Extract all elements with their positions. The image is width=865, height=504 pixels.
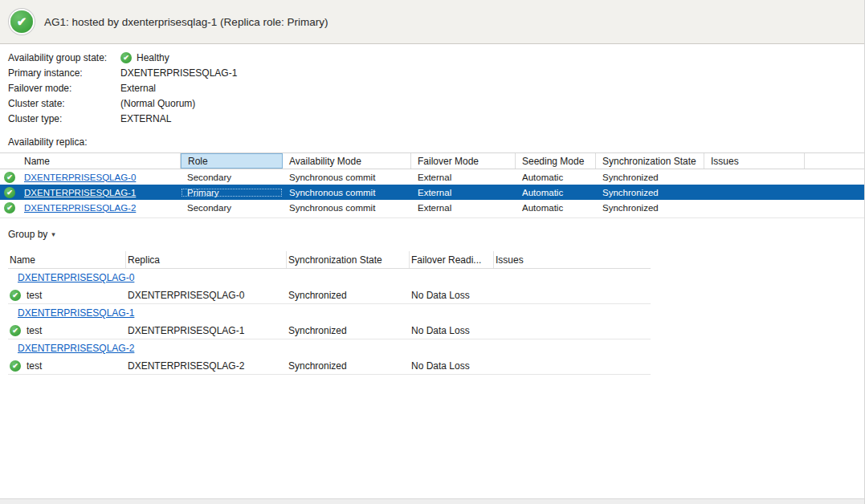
replica-name-link[interactable]: DXENTERPRISESQLAG-1 — [24, 188, 136, 197]
column-header-synchronization-state[interactable]: Synchronization State — [596, 153, 704, 169]
window-bottom-edge — [0, 498, 864, 504]
database-failover-readiness-cell: No Data Loss — [410, 325, 494, 336]
replica-name-link[interactable]: DXENTERPRISESQLAG-0 — [24, 173, 136, 182]
summary-value: Healthy — [137, 52, 169, 63]
column-header-synchronization-state[interactable]: Synchronization State — [287, 251, 410, 268]
column-header-replica[interactable]: Replica — [126, 251, 287, 268]
column-header-issues[interactable]: Issues — [494, 251, 651, 268]
summary-value: DXENTERPRISESQLAG-1 — [120, 67, 237, 79]
replica-sync-state-cell: Synchronized — [596, 203, 704, 213]
summary-label: Cluster type: — [8, 113, 120, 124]
replica-name-cell: DXENTERPRISESQLAG-1 — [18, 188, 181, 197]
replica-availability-mode-cell: Synchronous commit — [283, 203, 411, 213]
column-header-name[interactable]: Name — [8, 251, 126, 268]
summary-row-group-state: Availability group state: ✔ Healthy — [8, 50, 864, 65]
replica-name-link[interactable]: DXENTERPRISESQLAG-2 — [24, 203, 136, 213]
healthy-check-icon: ✔ — [4, 187, 15, 198]
database-sync-state-cell: Synchronized — [287, 360, 410, 372]
replica-name-cell: DXENTERPRISESQLAG-2 — [18, 203, 181, 213]
database-sync-state-cell: Synchronized — [287, 325, 410, 336]
database-group-row: DXENTERPRISESQLAG-1 — [8, 304, 651, 322]
column-header-failover-readiness[interactable]: Failover Readi... — [410, 251, 494, 268]
replica-sync-state-cell: Synchronized — [596, 188, 704, 197]
summary-value: (Normal Quorum) — [120, 98, 195, 109]
database-table: Name Replica Synchronization State Failo… — [8, 251, 651, 375]
database-name: test — [27, 325, 42, 336]
summary-value: EXTERNAL — [120, 113, 171, 124]
replica-role-cell: Secondary — [181, 203, 283, 213]
healthy-check-icon: ✔ — [4, 172, 15, 183]
replica-row[interactable]: ✔ DXENTERPRISESQLAG-0 Secondary Synchron… — [0, 169, 865, 185]
database-replica-cell: DXENTERPRISESQLAG-0 — [126, 290, 287, 301]
database-name-cell: ✔ test — [8, 290, 126, 301]
healthy-check-icon: ✔ — [10, 10, 33, 33]
replica-role-cell: Secondary — [181, 173, 283, 182]
database-table-header: Name Replica Synchronization State Failo… — [8, 251, 651, 269]
database-name-cell: ✔ test — [8, 360, 126, 372]
replica-failover-mode-cell: External — [411, 188, 516, 197]
healthy-check-icon: ✔ — [10, 325, 21, 336]
replica-seeding-mode-cell: Automatic — [516, 188, 596, 197]
row-status-cell: ✔ — [0, 202, 18, 213]
row-status-cell: ✔ — [0, 187, 18, 198]
group-replica-link[interactable]: DXENTERPRISESQLAG-2 — [18, 343, 134, 354]
replica-seeding-mode-cell: Automatic — [516, 203, 596, 213]
summary-label: Availability group state: — [8, 52, 120, 63]
summary-row-cluster-state: Cluster state: (Normal Quorum) — [8, 96, 864, 111]
summary-row-cluster-type: Cluster type: EXTERNAL — [8, 111, 864, 126]
column-header-name[interactable]: Name — [0, 153, 181, 169]
replica-table: Name Role Availability Mode Failover Mod… — [0, 152, 865, 218]
database-row[interactable]: ✔ test DXENTERPRISESQLAG-2 Synchronized … — [8, 357, 651, 375]
replica-role-cell: Primary — [181, 188, 283, 197]
healthy-check-icon: ✔ — [120, 52, 132, 63]
database-row[interactable]: ✔ test DXENTERPRISESQLAG-1 Synchronized … — [8, 322, 651, 339]
database-replica-cell: DXENTERPRISESQLAG-2 — [126, 360, 287, 372]
replica-seeding-mode-cell: Automatic — [516, 173, 596, 182]
column-header-filler — [805, 153, 865, 169]
healthy-check-icon: ✔ — [4, 202, 15, 213]
healthy-check-icon: ✔ — [10, 360, 21, 372]
group-replica-link[interactable]: DXENTERPRISESQLAG-0 — [18, 272, 134, 283]
column-header-failover-mode[interactable]: Failover Mode — [411, 153, 516, 169]
dashboard-header: ✔ AG1: hosted by dxenterprisesqlag-1 (Re… — [0, 0, 864, 44]
summary-row-primary-instance: Primary instance: DXENTERPRISESQLAG-1 — [8, 65, 864, 80]
column-header-availability-mode[interactable]: Availability Mode — [283, 153, 411, 169]
summary-label: Failover mode: — [8, 83, 120, 94]
database-name-cell: ✔ test — [8, 325, 126, 336]
group-by-button[interactable]: Group by ▾ — [8, 229, 55, 240]
database-group-row: DXENTERPRISESQLAG-2 — [8, 339, 651, 357]
replica-sync-state-cell: Synchronized — [596, 173, 704, 182]
healthy-check-icon: ✔ — [10, 290, 21, 301]
database-failover-readiness-cell: No Data Loss — [410, 290, 494, 301]
ag-dashboard: ✔ AG1: hosted by dxenterprisesqlag-1 (Re… — [0, 0, 865, 504]
replica-failover-mode-cell: External — [411, 173, 516, 182]
database-name: test — [27, 360, 42, 372]
replica-availability-mode-cell: Synchronous commit — [283, 188, 411, 197]
database-replica-cell: DXENTERPRISESQLAG-1 — [126, 325, 287, 336]
replica-availability-mode-cell: Synchronous commit — [283, 173, 411, 182]
database-sync-state-cell: Synchronized — [287, 290, 410, 301]
database-row[interactable]: ✔ test DXENTERPRISESQLAG-0 Synchronized … — [8, 287, 651, 304]
database-failover-readiness-cell: No Data Loss — [410, 360, 494, 372]
column-header-issues[interactable]: Issues — [704, 153, 805, 169]
database-name: test — [27, 290, 42, 301]
replica-table-header: Name Role Availability Mode Failover Mod… — [0, 152, 865, 169]
summary-panel: Availability group state: ✔ Healthy Prim… — [0, 44, 864, 126]
availability-replica-label: Availability replica: — [8, 136, 864, 148]
replica-row[interactable]: ✔ DXENTERPRISESQLAG-2 Secondary Synchron… — [0, 200, 865, 215]
row-status-cell: ✔ — [0, 172, 18, 183]
database-group-row: DXENTERPRISESQLAG-0 — [8, 269, 651, 287]
replica-failover-mode-cell: External — [411, 203, 516, 213]
page-title: AG1: hosted by dxenterprisesqlag-1 (Repl… — [44, 16, 328, 28]
summary-value: External — [120, 83, 156, 94]
chevron-down-icon: ▾ — [51, 231, 55, 238]
summary-label: Cluster state: — [8, 98, 120, 109]
group-replica-link[interactable]: DXENTERPRISESQLAG-1 — [18, 307, 134, 319]
replica-name-cell: DXENTERPRISESQLAG-0 — [18, 173, 181, 182]
column-header-role[interactable]: Role — [181, 153, 283, 169]
replica-row-selected[interactable]: ✔ DXENTERPRISESQLAG-1 Primary Synchronou… — [0, 185, 865, 200]
column-header-seeding-mode[interactable]: Seeding Mode — [516, 153, 596, 169]
summary-label: Primary instance: — [8, 67, 120, 79]
summary-row-failover-mode: Failover mode: External — [8, 80, 864, 96]
group-by-label: Group by — [8, 229, 47, 240]
